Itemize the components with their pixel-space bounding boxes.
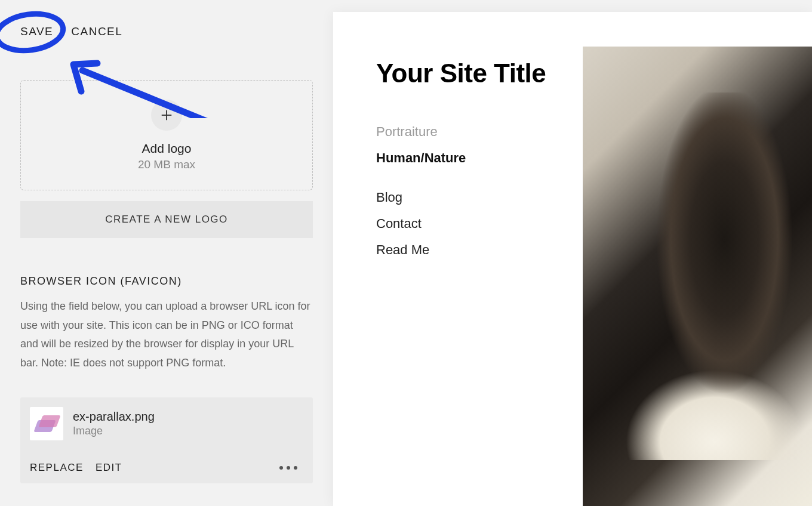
- logo-upload-dropzone[interactable]: Add logo 20 MB max: [20, 80, 313, 190]
- file-name: ex-parallax.png: [73, 410, 155, 424]
- file-actions: REPLACE EDIT: [30, 462, 303, 474]
- file-type: Image: [73, 425, 155, 437]
- settings-sidebar: SAVE CANCEL Add logo 20 MB max CREATE A …: [0, 0, 333, 506]
- replace-button[interactable]: REPLACE: [30, 462, 84, 474]
- site-preview: Your Site Title Portraiture Human/Nature…: [333, 12, 812, 506]
- cancel-button[interactable]: CANCEL: [71, 25, 122, 38]
- favicon-heading: BROWSER ICON (FAVICON): [20, 275, 313, 288]
- upload-title: Add logo: [142, 141, 192, 156]
- nav-item-contact[interactable]: Contact: [376, 216, 583, 232]
- site-title: Your Site Title: [376, 58, 583, 88]
- create-new-logo-button[interactable]: CREATE A NEW LOGO: [20, 201, 313, 238]
- upload-subtitle: 20 MB max: [138, 158, 195, 171]
- favicon-description: Using the field below, you can upload a …: [20, 297, 313, 372]
- hero-image: [583, 47, 812, 506]
- preview-navigation: Your Site Title Portraiture Human/Nature…: [333, 12, 583, 506]
- file-row: ex-parallax.png Image: [30, 407, 303, 440]
- file-thumbnail: [30, 407, 63, 440]
- nav-list: Portraiture Human/Nature Blog Contact Re…: [376, 124, 583, 258]
- nav-item-portraiture[interactable]: Portraiture: [376, 124, 583, 140]
- save-button[interactable]: SAVE: [20, 25, 53, 38]
- more-options-icon[interactable]: [279, 466, 303, 470]
- edit-button[interactable]: EDIT: [96, 462, 122, 474]
- plus-icon: [151, 100, 182, 131]
- nav-item-human-nature[interactable]: Human/Nature: [376, 150, 583, 166]
- sidebar-content: Add logo 20 MB max CREATE A NEW LOGO BRO…: [0, 80, 333, 483]
- nav-item-blog[interactable]: Blog: [376, 190, 583, 205]
- favicon-file-card: ex-parallax.png Image REPLACE EDIT: [20, 397, 313, 483]
- nav-item-read-me[interactable]: Read Me: [376, 242, 583, 258]
- top-actions: SAVE CANCEL: [0, 0, 333, 38]
